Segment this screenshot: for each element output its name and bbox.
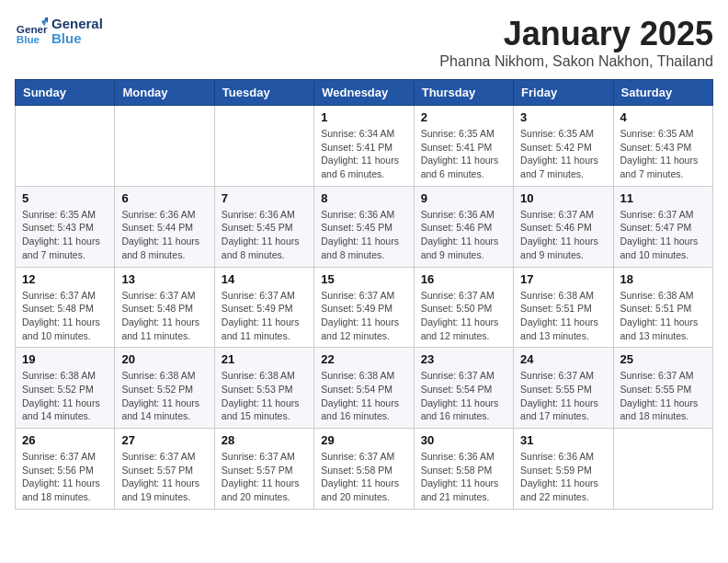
day-info: Sunrise: 6:38 AM Sunset: 5:52 PM Dayligh… xyxy=(121,369,207,423)
day-number: 24 xyxy=(520,352,606,366)
day-number: 6 xyxy=(121,191,207,205)
day-number: 3 xyxy=(520,110,606,124)
table-row: 5Sunrise: 6:35 AM Sunset: 5:43 PM Daylig… xyxy=(16,186,115,267)
day-number: 18 xyxy=(620,272,706,286)
day-number: 11 xyxy=(620,191,706,205)
day-number: 1 xyxy=(321,110,406,124)
day-number: 15 xyxy=(321,272,406,286)
day-info: Sunrise: 6:37 AM Sunset: 5:50 PM Dayligh… xyxy=(421,289,506,343)
day-number: 16 xyxy=(421,272,506,286)
calendar-week-row: 12Sunrise: 6:37 AM Sunset: 5:48 PM Dayli… xyxy=(16,267,713,348)
day-info: Sunrise: 6:37 AM Sunset: 5:55 PM Dayligh… xyxy=(620,369,706,423)
table-row xyxy=(16,106,115,187)
day-number: 14 xyxy=(222,272,307,286)
day-info: Sunrise: 6:37 AM Sunset: 5:55 PM Dayligh… xyxy=(520,369,606,423)
calendar-header-row: Sunday Monday Tuesday Wednesday Thursday… xyxy=(16,80,713,106)
table-row: 17Sunrise: 6:38 AM Sunset: 5:51 PM Dayli… xyxy=(514,267,613,348)
day-info: Sunrise: 6:38 AM Sunset: 5:51 PM Dayligh… xyxy=(520,289,606,343)
col-friday: Friday xyxy=(514,80,613,106)
day-number: 27 xyxy=(121,433,207,447)
table-row: 28Sunrise: 6:37 AM Sunset: 5:57 PM Dayli… xyxy=(214,429,313,510)
table-row: 18Sunrise: 6:38 AM Sunset: 5:51 PM Dayli… xyxy=(613,267,712,348)
table-row: 30Sunrise: 6:36 AM Sunset: 5:58 PM Dayli… xyxy=(414,429,513,510)
table-row: 3Sunrise: 6:35 AM Sunset: 5:42 PM Daylig… xyxy=(514,106,613,187)
day-info: Sunrise: 6:37 AM Sunset: 5:58 PM Dayligh… xyxy=(321,450,406,504)
page-header: General Blue GeneralBlue January 2025 Ph… xyxy=(15,15,713,70)
day-number: 31 xyxy=(520,433,606,447)
table-row: 19Sunrise: 6:38 AM Sunset: 5:52 PM Dayli… xyxy=(16,348,115,429)
day-number: 19 xyxy=(22,352,108,366)
table-row: 12Sunrise: 6:37 AM Sunset: 5:48 PM Dayli… xyxy=(16,267,115,348)
table-row: 6Sunrise: 6:36 AM Sunset: 5:44 PM Daylig… xyxy=(115,186,214,267)
day-info: Sunrise: 6:37 AM Sunset: 5:48 PM Dayligh… xyxy=(121,289,207,343)
day-number: 26 xyxy=(22,433,108,447)
day-info: Sunrise: 6:35 AM Sunset: 5:42 PM Dayligh… xyxy=(520,127,606,181)
day-info: Sunrise: 6:37 AM Sunset: 5:49 PM Dayligh… xyxy=(222,289,307,343)
table-row xyxy=(613,429,712,510)
day-info: Sunrise: 6:34 AM Sunset: 5:41 PM Dayligh… xyxy=(321,127,406,181)
table-row: 16Sunrise: 6:37 AM Sunset: 5:50 PM Dayli… xyxy=(414,267,513,348)
day-number: 12 xyxy=(22,272,108,286)
day-number: 25 xyxy=(620,352,706,366)
day-info: Sunrise: 6:37 AM Sunset: 5:48 PM Dayligh… xyxy=(22,289,108,343)
day-number: 22 xyxy=(321,352,406,366)
svg-text:Blue: Blue xyxy=(17,33,40,45)
table-row: 20Sunrise: 6:38 AM Sunset: 5:52 PM Dayli… xyxy=(115,348,214,429)
day-info: Sunrise: 6:36 AM Sunset: 5:45 PM Dayligh… xyxy=(222,208,307,262)
day-number: 21 xyxy=(222,352,307,366)
calendar-week-row: 26Sunrise: 6:37 AM Sunset: 5:56 PM Dayli… xyxy=(16,429,713,510)
table-row: 1Sunrise: 6:34 AM Sunset: 5:41 PM Daylig… xyxy=(314,106,414,187)
day-info: Sunrise: 6:36 AM Sunset: 5:46 PM Dayligh… xyxy=(421,208,506,262)
day-number: 28 xyxy=(222,433,307,447)
location: Phanna Nikhom, Sakon Nakhon, Thailand xyxy=(439,53,713,70)
table-row: 26Sunrise: 6:37 AM Sunset: 5:56 PM Dayli… xyxy=(16,429,115,510)
day-info: Sunrise: 6:37 AM Sunset: 5:56 PM Dayligh… xyxy=(22,450,108,504)
table-row: 11Sunrise: 6:37 AM Sunset: 5:47 PM Dayli… xyxy=(613,186,712,267)
col-monday: Monday xyxy=(115,80,214,106)
day-number: 4 xyxy=(620,110,706,124)
col-saturday: Saturday xyxy=(613,80,712,106)
table-row: 23Sunrise: 6:37 AM Sunset: 5:54 PM Dayli… xyxy=(414,348,513,429)
day-info: Sunrise: 6:35 AM Sunset: 5:43 PM Dayligh… xyxy=(620,127,706,181)
day-info: Sunrise: 6:37 AM Sunset: 5:57 PM Dayligh… xyxy=(121,450,207,504)
day-info: Sunrise: 6:36 AM Sunset: 5:58 PM Dayligh… xyxy=(421,450,506,504)
table-row: 2Sunrise: 6:35 AM Sunset: 5:41 PM Daylig… xyxy=(414,106,513,187)
day-number: 20 xyxy=(121,352,207,366)
col-tuesday: Tuesday xyxy=(214,80,313,106)
table-row: 10Sunrise: 6:37 AM Sunset: 5:46 PM Dayli… xyxy=(514,186,613,267)
day-info: Sunrise: 6:38 AM Sunset: 5:54 PM Dayligh… xyxy=(321,369,406,423)
day-info: Sunrise: 6:36 AM Sunset: 5:59 PM Dayligh… xyxy=(520,450,606,504)
col-sunday: Sunday xyxy=(16,80,115,106)
day-number: 10 xyxy=(520,191,606,205)
calendar-week-row: 5Sunrise: 6:35 AM Sunset: 5:43 PM Daylig… xyxy=(16,186,713,267)
logo-icon: General Blue xyxy=(15,15,48,48)
table-row: 13Sunrise: 6:37 AM Sunset: 5:48 PM Dayli… xyxy=(115,267,214,348)
day-info: Sunrise: 6:37 AM Sunset: 5:54 PM Dayligh… xyxy=(421,369,506,423)
day-info: Sunrise: 6:37 AM Sunset: 5:47 PM Dayligh… xyxy=(620,208,706,262)
calendar-week-row: 1Sunrise: 6:34 AM Sunset: 5:41 PM Daylig… xyxy=(16,106,713,187)
day-number: 2 xyxy=(421,110,506,124)
title-block: January 2025 Phanna Nikhom, Sakon Nakhon… xyxy=(439,15,713,70)
day-number: 23 xyxy=(421,352,506,366)
table-row xyxy=(214,106,313,187)
day-info: Sunrise: 6:37 AM Sunset: 5:49 PM Dayligh… xyxy=(321,289,406,343)
table-row: 24Sunrise: 6:37 AM Sunset: 5:55 PM Dayli… xyxy=(514,348,613,429)
table-row: 14Sunrise: 6:37 AM Sunset: 5:49 PM Dayli… xyxy=(214,267,313,348)
day-number: 5 xyxy=(22,191,108,205)
table-row: 21Sunrise: 6:38 AM Sunset: 5:53 PM Dayli… xyxy=(214,348,313,429)
col-thursday: Thursday xyxy=(414,80,513,106)
day-info: Sunrise: 6:38 AM Sunset: 5:52 PM Dayligh… xyxy=(22,369,108,423)
day-number: 13 xyxy=(121,272,207,286)
calendar-table: Sunday Monday Tuesday Wednesday Thursday… xyxy=(15,79,713,510)
day-number: 30 xyxy=(421,433,506,447)
day-info: Sunrise: 6:36 AM Sunset: 5:44 PM Dayligh… xyxy=(121,208,207,262)
day-number: 8 xyxy=(321,191,406,205)
day-info: Sunrise: 6:37 AM Sunset: 5:57 PM Dayligh… xyxy=(222,450,307,504)
table-row: 29Sunrise: 6:37 AM Sunset: 5:58 PM Dayli… xyxy=(314,429,414,510)
table-row: 7Sunrise: 6:36 AM Sunset: 5:45 PM Daylig… xyxy=(214,186,313,267)
table-row: 15Sunrise: 6:37 AM Sunset: 5:49 PM Dayli… xyxy=(314,267,414,348)
logo: General Blue GeneralBlue xyxy=(15,15,103,48)
calendar-week-row: 19Sunrise: 6:38 AM Sunset: 5:52 PM Dayli… xyxy=(16,348,713,429)
day-info: Sunrise: 6:38 AM Sunset: 5:53 PM Dayligh… xyxy=(222,369,307,423)
day-number: 7 xyxy=(222,191,307,205)
